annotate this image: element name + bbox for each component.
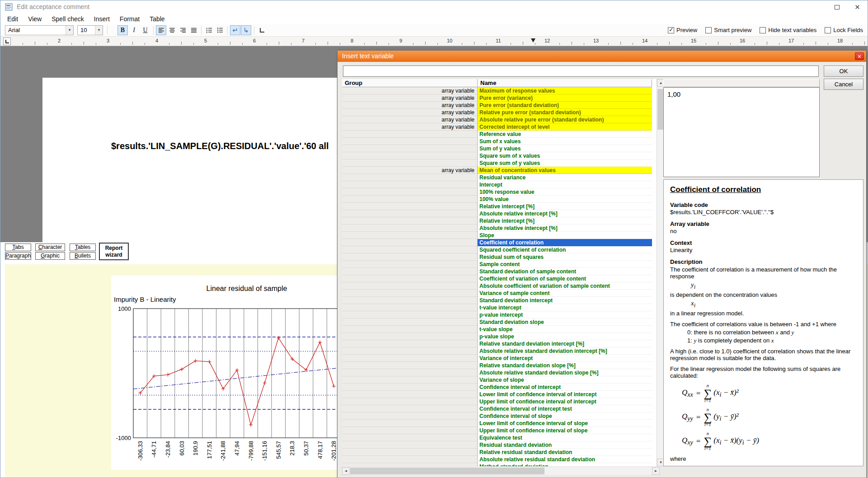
bullet-list-button[interactable] xyxy=(215,25,225,35)
checkbox-preview[interactable]: ✓Preview xyxy=(668,27,697,33)
variable-row[interactable]: array variablePure error (standard devia… xyxy=(342,102,660,109)
align-center-button[interactable] xyxy=(167,25,177,35)
variable-row[interactable]: Standard deviation intercept xyxy=(342,297,660,304)
variable-row[interactable]: array variableMean of concentration valu… xyxy=(342,167,660,174)
variable-row[interactable]: Relative intercept [%] xyxy=(342,203,660,210)
variable-row[interactable]: Lower limit of confidence interval of sl… xyxy=(342,420,660,427)
variable-row[interactable]: Variance of intercept xyxy=(342,355,660,362)
variable-row[interactable]: Relative residual standard deviation xyxy=(342,449,660,456)
variable-filter-input[interactable] xyxy=(343,66,819,77)
variable-row[interactable]: 100% value xyxy=(342,196,660,203)
variable-row[interactable]: Square sum of y values xyxy=(342,159,660,167)
variable-row[interactable]: Sum of y values xyxy=(342,145,660,152)
variable-row[interactable]: array variableAbsolute relative pure err… xyxy=(342,116,660,123)
variable-row[interactable]: Reference value xyxy=(342,131,660,138)
align-right-button[interactable] xyxy=(178,25,188,35)
variable-row[interactable]: t-value slope xyxy=(342,326,660,333)
menu-insert[interactable]: Insert xyxy=(89,15,115,23)
horizontal-scrollbar[interactable]: ◄ ► xyxy=(342,467,660,475)
variable-row[interactable]: Lower limit of confidence interval of in… xyxy=(342,391,660,398)
menu-edit[interactable]: Edit xyxy=(2,15,23,23)
report-wizard-button[interactable]: Report wizard xyxy=(99,243,129,260)
variable-row[interactable]: array variablePure error (variance) xyxy=(342,94,660,102)
variable-row[interactable]: Relative intercept [%] xyxy=(342,217,660,225)
dialog-close-button[interactable]: ✕ xyxy=(855,52,864,60)
tab-tabs[interactable]: Tabs xyxy=(5,244,31,251)
menu-spell-check[interactable]: Spell check xyxy=(47,15,89,23)
variable-row[interactable]: Confidence interval of intercept test xyxy=(342,405,660,412)
close-button[interactable]: ✕ xyxy=(847,0,868,14)
variable-row[interactable]: Absolute relative intercept [%] xyxy=(342,210,660,217)
text-direction-button[interactable]: ↳ xyxy=(241,25,251,35)
italic-button[interactable]: I xyxy=(129,25,139,35)
variable-row[interactable]: Upper limit of confidence interval of sl… xyxy=(342,427,660,434)
variable-row[interactable]: p-value intercept xyxy=(342,311,660,319)
variable-row[interactable]: Sample content xyxy=(342,261,660,268)
menu-table[interactable]: Table xyxy=(145,15,169,23)
column-header-name[interactable]: Name xyxy=(478,79,652,87)
underline-button[interactable]: U xyxy=(140,25,150,35)
variable-row[interactable]: Standard deviation slope xyxy=(342,319,660,326)
tab-stop-selector[interactable] xyxy=(3,37,11,45)
variable-row[interactable]: Equivalence test xyxy=(342,434,660,441)
variable-row[interactable]: Absolute coefficient of variation of sam… xyxy=(342,282,660,290)
variable-row[interactable]: Upper limit of confidence interval of in… xyxy=(342,398,660,405)
variable-row[interactable]: Standard deviation of sample content xyxy=(342,268,660,275)
variable-row[interactable]: Absolute relative standard deviation slo… xyxy=(342,369,660,376)
variable-row[interactable]: Relative standard deviation intercept [%… xyxy=(342,340,660,347)
ok-button[interactable]: OK xyxy=(824,66,863,77)
variable-row[interactable]: t-value intercept xyxy=(342,304,660,311)
variable-row[interactable]: Relative standard deviation slope [%] xyxy=(342,362,660,369)
variable-row[interactable]: Residual sum of squares xyxy=(342,253,660,261)
font-size-select[interactable]: 10 ▼ xyxy=(77,25,103,35)
variable-row[interactable]: Slope xyxy=(342,232,660,239)
variable-row[interactable]: 100% response value xyxy=(342,188,660,196)
variable-row[interactable]: Confidence interval of slope xyxy=(342,412,660,420)
variable-row[interactable]: Residual variance xyxy=(342,174,660,181)
chevron-down-icon: ▼ xyxy=(95,26,103,35)
variable-row[interactable]: array variableMaximum of response values xyxy=(342,87,660,94)
variable-row[interactable]: Sum of x values xyxy=(342,138,660,145)
margin-marker[interactable] xyxy=(531,38,535,42)
numbered-list-button[interactable] xyxy=(204,25,214,35)
variable-row[interactable]: Square sum of x values xyxy=(342,152,660,159)
tab-tables[interactable]: Tables xyxy=(70,244,96,251)
checkbox-lock-fields[interactable]: Lock Fields xyxy=(825,27,863,33)
variable-row[interactable]: Residual standard deviation xyxy=(342,441,660,449)
field-marker-button[interactable] xyxy=(257,25,267,35)
document-text[interactable]: $results.'LIN_SAMPLE(G).RESIDUAL'.'value… xyxy=(111,141,329,151)
variable-row[interactable]: Squared coefficient of correlation xyxy=(342,246,660,253)
tab-graphic[interactable]: Graphic xyxy=(35,252,65,260)
variable-row[interactable]: Variance of sample content xyxy=(342,290,660,297)
variable-row[interactable]: Absolute relative residual standard devi… xyxy=(342,456,660,463)
scroll-right-icon[interactable]: ► xyxy=(652,467,660,475)
font-family-select[interactable]: Arial ▼ xyxy=(5,25,74,35)
variable-row[interactable]: Intercept xyxy=(342,181,660,188)
variable-row[interactable]: array variableCorrected intercept of lev… xyxy=(342,123,660,131)
maximize-button[interactable] xyxy=(827,0,847,14)
scrollbar-thumb[interactable] xyxy=(350,468,544,474)
tab-character[interactable]: Character xyxy=(35,244,65,251)
tab-bullets[interactable]: Bullets xyxy=(70,252,96,260)
variable-row[interactable]: Absolute relative intercept [%] xyxy=(342,225,660,232)
variable-row[interactable]: p-value slope xyxy=(342,333,660,340)
bold-button[interactable]: B xyxy=(117,25,128,35)
cancel-button[interactable]: Cancel xyxy=(824,79,863,90)
checkbox-smart-preview[interactable]: Smart preview xyxy=(705,27,751,33)
variable-row[interactable]: Coefficient of correlation xyxy=(342,239,660,246)
tab-paragraph[interactable]: Paragraph xyxy=(5,252,31,260)
variable-row[interactable]: Absolute relative standard deviation int… xyxy=(342,347,660,355)
show-returns-button[interactable]: ↵ xyxy=(230,25,240,35)
scroll-left-icon[interactable]: ◄ xyxy=(342,467,350,475)
variable-row[interactable]: Confidence interval of intercept xyxy=(342,384,660,391)
variable-row[interactable]: Method standard deviation xyxy=(342,463,660,466)
variable-row[interactable]: Variance of slope xyxy=(342,376,660,384)
menu-view[interactable]: View xyxy=(23,15,47,23)
variable-row[interactable]: Coefficient of variation of sample conte… xyxy=(342,275,660,282)
align-left-button[interactable] xyxy=(156,25,166,35)
column-header-group[interactable]: Group xyxy=(342,79,478,87)
align-justify-button[interactable] xyxy=(188,25,199,35)
menu-format[interactable]: Format xyxy=(115,15,145,23)
variable-row[interactable]: array variableRelative pure error (stand… xyxy=(342,109,660,116)
checkbox-hide-text-variables[interactable]: Hide text variables xyxy=(760,27,816,33)
